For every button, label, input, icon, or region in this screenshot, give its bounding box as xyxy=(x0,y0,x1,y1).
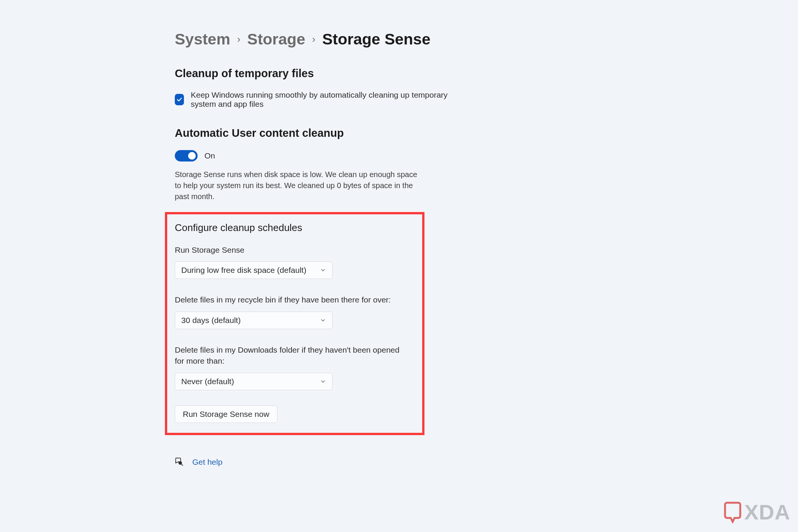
checkmark-icon xyxy=(176,96,183,103)
run-storage-sense-value: During low free disk space (default) xyxy=(181,266,306,275)
recycle-bin-dropdown[interactable]: 30 days (default) xyxy=(175,312,332,329)
configure-schedules-highlight: Configure cleanup schedules Run Storage … xyxy=(165,212,424,435)
configure-schedules-heading: Configure cleanup schedules xyxy=(175,222,415,234)
chevron-down-icon xyxy=(320,267,326,273)
xda-logo-icon xyxy=(723,501,742,524)
get-help-link[interactable]: Get help xyxy=(192,458,222,467)
xda-watermark-text: XDA xyxy=(744,500,790,524)
chevron-right-icon: › xyxy=(312,33,315,45)
downloads-value: Never (default) xyxy=(181,377,234,386)
auto-cleanup-description: Storage Sense runs when disk space is lo… xyxy=(175,169,422,202)
section-title-cleanup-temp: Cleanup of temporary files xyxy=(175,67,456,80)
breadcrumb-storage[interactable]: Storage xyxy=(247,30,306,48)
breadcrumb-storage-sense: Storage Sense xyxy=(322,30,431,48)
recycle-bin-label: Delete files in my recycle bin if they h… xyxy=(175,294,410,305)
downloads-dropdown[interactable]: Never (default) xyxy=(175,373,332,390)
temp-files-checkbox-row: Keep Windows running smoothly by automat… xyxy=(175,90,456,109)
auto-cleanup-toggle-row: On xyxy=(175,150,456,162)
xda-watermark: XDA xyxy=(723,500,790,524)
temp-files-checkbox[interactable] xyxy=(175,94,184,105)
recycle-bin-value: 30 days (default) xyxy=(181,316,241,325)
chevron-down-icon xyxy=(320,378,326,385)
auto-cleanup-toggle-label: On xyxy=(204,151,215,160)
run-storage-sense-now-button[interactable]: Run Storage Sense now xyxy=(175,405,277,423)
section-title-auto-cleanup: Automatic User content cleanup xyxy=(175,127,456,139)
downloads-label: Delete files in my Downloads folder if t… xyxy=(175,344,410,367)
get-help-row: Get help xyxy=(174,456,456,468)
chevron-down-icon xyxy=(320,317,326,323)
breadcrumb-system[interactable]: System xyxy=(175,30,230,48)
breadcrumb: System › Storage › Storage Sense xyxy=(175,30,456,48)
auto-cleanup-toggle[interactable] xyxy=(175,150,198,162)
help-icon xyxy=(174,456,184,468)
run-storage-sense-dropdown[interactable]: During low free disk space (default) xyxy=(175,261,332,279)
run-storage-sense-label: Run Storage Sense xyxy=(175,244,410,255)
temp-files-checkbox-label: Keep Windows running smoothly by automat… xyxy=(191,90,456,109)
chevron-right-icon: › xyxy=(237,33,241,45)
